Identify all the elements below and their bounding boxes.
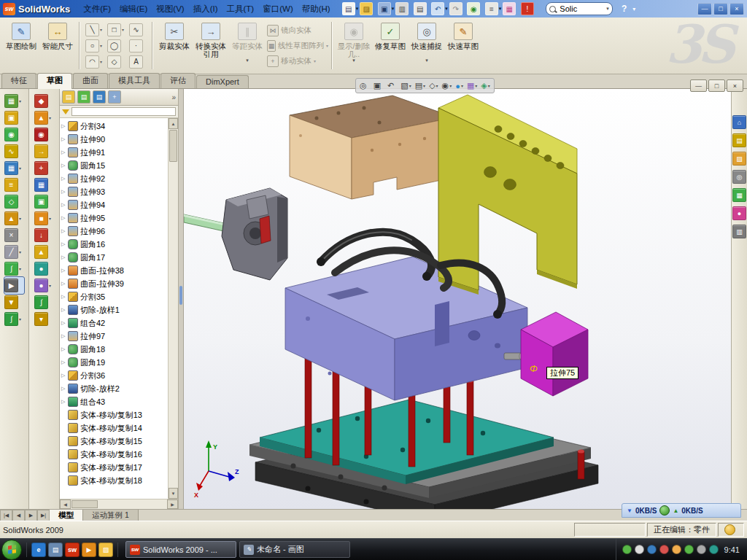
dropdown-arrow-icon[interactable]: ▾ — [409, 83, 411, 88]
dropdown-arrow-icon[interactable]: ▾ — [499, 6, 502, 12]
dropdown-arrow-icon[interactable]: ▾ — [461, 83, 463, 88]
strip-tool-button[interactable]: ▦ ▾ — [34, 176, 54, 193]
quick-launch-icon[interactable]: ▶ — [82, 542, 96, 557]
panel-splitter[interactable] — [179, 89, 184, 509]
sketch-tool-button[interactable]: A ▾ — [127, 54, 149, 70]
toolbar-icon[interactable]: ▤ — [342, 2, 355, 15]
task-pane-icon[interactable]: ▦ — [732, 188, 746, 202]
dropdown-arrow-icon[interactable]: ▾ — [449, 83, 452, 88]
tree-item[interactable]: ▷ 拉伸93 — [60, 185, 168, 198]
expand-arrow-icon[interactable]: ▷ — [61, 123, 68, 129]
dropdown-arrow-icon[interactable]: ▾ — [49, 283, 54, 288]
toolbar-icon[interactable]: ◉ — [467, 2, 480, 15]
toolbar-big-button[interactable]: → 转换实体引用 ▾ — [193, 20, 229, 71]
toolbar-icon[interactable]: ! — [521, 2, 534, 15]
toolbar-icon[interactable]: ▥ — [395, 2, 409, 15]
toolbar-icon[interactable]: ↶ — [431, 2, 444, 15]
command-tab[interactable]: 评估 — [160, 73, 196, 88]
toolbar-icon[interactable]: ▨ — [360, 2, 373, 15]
view-tool-button[interactable]: ▤ ▾ — [414, 81, 427, 90]
menu-item[interactable]: 编辑(E) — [115, 2, 152, 16]
window-button[interactable]: □ — [713, 3, 728, 15]
expand-arrow-icon[interactable]: ▷ — [61, 268, 68, 273]
dropdown-arrow-icon[interactable]: ▾ — [445, 6, 448, 12]
toolbar-icon-wrap[interactable]: ◉ ▾ — [467, 2, 484, 15]
strip-tool-button[interactable]: ▣ ▾ — [34, 193, 54, 210]
panel-chevron-icon[interactable]: » — [171, 93, 176, 101]
strip-tool-button[interactable]: ∫ ▾ — [4, 311, 24, 327]
toolbar-icon-wrap[interactable]: ≡ ▾ — [485, 2, 502, 15]
expand-arrow-icon[interactable]: ▷ — [61, 320, 68, 326]
strip-tool-button[interactable]: ≡ ▾ — [4, 176, 24, 193]
toolbar-icon-wrap[interactable]: ▣ ▾ — [378, 2, 395, 15]
dropdown-arrow-icon[interactable]: ▾ — [100, 59, 102, 64]
toolbar-icon-wrap[interactable]: ▤ ▾ — [342, 2, 359, 15]
strip-tool-button[interactable]: ▾ ▾ — [34, 311, 54, 327]
tree-item[interactable]: ▷ 拉伸94 — [60, 198, 168, 211]
sketch-tool-button[interactable]: ╲ ▾ — [83, 22, 105, 38]
toolbar-icon[interactable]: ≡ — [485, 2, 498, 15]
tray-icon[interactable] — [659, 545, 669, 554]
strip-tool-button[interactable]: ↓ ▾ — [34, 227, 54, 244]
tree-item[interactable]: ▷ 分割35 — [60, 290, 168, 303]
window-button[interactable]: — — [697, 3, 712, 15]
task-pane-icon[interactable]: ◎ — [732, 170, 746, 184]
filter-input[interactable] — [71, 107, 176, 116]
strip-tool-button[interactable]: → ▾ — [34, 143, 54, 160]
toolbar-icon-wrap[interactable]: ! ▾ — [521, 2, 538, 15]
task-pane-icon[interactable]: ⌂ — [732, 115, 746, 129]
tree-horizontal-scrollbar[interactable]: ◀ ▶ — [60, 499, 178, 509]
panel-tab-icon[interactable]: + — [108, 90, 121, 104]
dropdown-arrow-icon[interactable]: ▾ — [19, 316, 24, 322]
graphics-area[interactable]: Φ Y Z X 拉伸75 — [184, 89, 731, 509]
tree-item[interactable]: ▷ 拉伸92 — [60, 172, 168, 185]
task-button[interactable]: sw SolidWorks 2009 - ... — [125, 541, 236, 558]
strip-tool-button[interactable]: ▼ ▾ — [4, 294, 24, 311]
expand-arrow-icon[interactable]: ▷ — [61, 254, 68, 260]
start-button[interactable] — [1, 540, 22, 560]
scroll-right-icon[interactable]: ▶ — [167, 499, 178, 509]
dropdown-arrow-icon[interactable]: ▾ — [19, 98, 24, 104]
scrollbar-track[interactable] — [169, 163, 178, 488]
dropdown-arrow-icon[interactable]: ▾ — [352, 58, 355, 63]
sketch-tool-button[interactable]: □ ▾ — [105, 22, 127, 38]
search-dropdown-icon[interactable]: ▾ — [606, 6, 609, 12]
sketch-tool-button[interactable]: ○ ▾ — [83, 38, 105, 54]
dropdown-arrow-icon[interactable]: ▾ — [356, 6, 359, 12]
scrollbar-thumb[interactable] — [71, 500, 98, 508]
tree-item[interactable]: ▷ 拉伸97 — [60, 330, 168, 343]
panel-tab-icon[interactable]: ▤ — [93, 90, 106, 104]
tree-item[interactable]: ▷ 圆角18 — [60, 343, 168, 356]
strip-tool-button[interactable]: + ▾ — [34, 160, 54, 176]
dropdown-arrow-icon[interactable]: ▾ — [425, 58, 428, 63]
expand-arrow-icon[interactable]: ▷ — [61, 176, 68, 182]
toolbar-icon-wrap[interactable]: ▤ ▾ — [414, 2, 430, 15]
quick-launch-icon[interactable]: e — [31, 542, 46, 557]
expand-arrow-icon[interactable]: ▷ — [61, 228, 68, 234]
tray-icon[interactable] — [684, 545, 694, 554]
task-button[interactable]: ✎ 未命名 - 画图 — [239, 541, 350, 558]
toolbar-row-button[interactable]: ⋈ 镜向实体 ▾ — [266, 24, 328, 37]
strip-tool-button[interactable]: ∫ ▾ — [34, 294, 54, 311]
strip-tool-button[interactable]: ● ▾ — [34, 260, 54, 277]
model-tab[interactable]: 模型 — [50, 510, 83, 521]
part-cable-clamp[interactable] — [222, 188, 287, 280]
part-upper-clamp-plate[interactable] — [290, 96, 454, 199]
expand-arrow-icon[interactable]: ▷ — [61, 307, 68, 313]
dropdown-arrow-icon[interactable]: ▾ — [19, 249, 24, 254]
command-tab[interactable]: 特征 — [1, 73, 36, 88]
scroll-down-icon[interactable]: ▼ — [169, 488, 178, 499]
task-pane-icon[interactable]: ▨ — [732, 152, 746, 166]
tab-nav-button[interactable]: ▶ — [25, 510, 37, 521]
expand-arrow-icon[interactable]: ▷ — [61, 386, 68, 392]
view-tool-button[interactable]: ▦ ▾ — [465, 81, 479, 90]
command-tab[interactable]: DimXpert — [196, 75, 249, 88]
model-tab[interactable]: 运动算例 1 — [83, 510, 139, 521]
menu-item[interactable]: 视图(V) — [152, 2, 188, 16]
expand-arrow-icon[interactable]: ▷ — [61, 241, 68, 247]
document-window-button[interactable]: — — [690, 79, 707, 92]
toolbar-big-button[interactable]: ◉ 显示/删除几.. ▾ — [336, 20, 372, 71]
toolbar-icon[interactable]: ▦ — [503, 2, 516, 15]
expand-arrow-icon[interactable]: ▷ — [61, 202, 68, 208]
sketch-tool-button[interactable]: ◯ ▾ — [105, 38, 127, 54]
